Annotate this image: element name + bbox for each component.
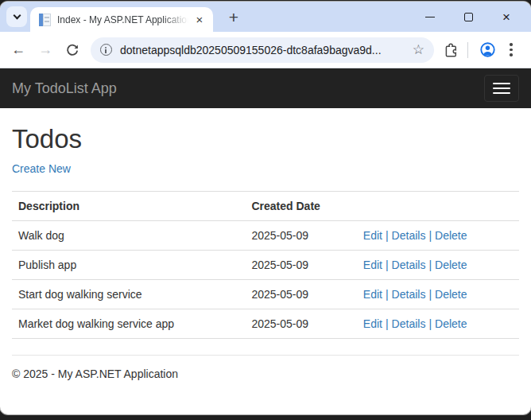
reload-icon xyxy=(66,44,79,56)
column-header-description: Description xyxy=(12,192,245,221)
column-header-created-date: Created Date xyxy=(245,192,356,221)
todo-description-cell: Start dog walking service xyxy=(12,280,245,309)
site-info-icon[interactable] xyxy=(100,44,112,56)
action-separator: | xyxy=(428,317,432,330)
todo-description-cell: Market dog walking service app xyxy=(12,309,245,339)
details-link[interactable]: Details xyxy=(392,288,426,301)
page-content: Todos Create New Description Created Dat… xyxy=(0,125,531,392)
delete-link[interactable]: Delete xyxy=(435,317,467,330)
page-title: Todos xyxy=(12,125,519,154)
table-header-row: Description Created Date xyxy=(12,192,519,221)
reload-button[interactable] xyxy=(59,37,86,64)
forward-arrow-icon: → xyxy=(38,41,52,58)
table-row: Publish app 2025-05-09 Edit|Details|Dele… xyxy=(12,251,519,280)
column-header-actions xyxy=(357,192,519,221)
action-separator: | xyxy=(428,229,432,242)
new-tab-button[interactable]: + xyxy=(223,6,245,29)
action-separator: | xyxy=(386,288,389,301)
minimize-button[interactable] xyxy=(418,6,442,27)
close-icon: × xyxy=(502,10,510,24)
extensions-button[interactable] xyxy=(439,38,463,62)
details-link[interactable]: Details xyxy=(392,259,426,271)
actions-cell: Edit|Details|Delete xyxy=(357,221,519,251)
tab-title: Index - My ASP.NET Application xyxy=(57,14,192,25)
edit-link[interactable]: Edit xyxy=(363,317,382,330)
address-bar[interactable]: dotnetappsqldb20250509155026-dtc8afa9bag… xyxy=(91,37,434,63)
action-separator: | xyxy=(386,259,389,271)
tab-close-button[interactable]: × xyxy=(192,13,207,27)
hamburger-icon xyxy=(493,88,510,89)
plus-icon: + xyxy=(229,8,238,27)
tab-search-button[interactable] xyxy=(6,6,27,27)
todo-table: Description Created Date Walk dog 2025-0… xyxy=(12,191,519,339)
actions-cell: Edit|Details|Delete xyxy=(357,251,519,280)
toolbar-separator xyxy=(467,42,468,58)
puzzle-icon xyxy=(444,42,459,57)
browser-menu-button[interactable] xyxy=(499,38,523,62)
chevron-down-icon xyxy=(13,11,21,19)
url-text[interactable]: dotnetappsqldb20250509155026-dtc8afa9bag… xyxy=(120,44,405,56)
edit-link[interactable]: Edit xyxy=(363,229,382,242)
todo-description-cell: Walk dog xyxy=(12,221,245,251)
forward-button[interactable]: → xyxy=(32,37,59,64)
kebab-menu-icon xyxy=(510,43,513,56)
close-icon: × xyxy=(196,14,203,25)
profile-avatar-icon xyxy=(479,41,496,58)
bookmark-star-icon[interactable]: ☆ xyxy=(413,43,424,56)
browser-titlebar: Index - My ASP.NET Application × + × xyxy=(0,2,531,32)
minimize-icon xyxy=(425,17,435,18)
created-date-cell: 2025-05-09 xyxy=(245,280,356,309)
window-controls: × xyxy=(418,6,525,32)
edit-link[interactable]: Edit xyxy=(363,288,382,301)
action-separator: | xyxy=(386,317,389,330)
action-separator: | xyxy=(386,229,389,242)
close-window-button[interactable]: × xyxy=(494,6,518,27)
details-link[interactable]: Details xyxy=(392,229,426,242)
hamburger-icon xyxy=(493,83,510,84)
table-row: Start dog walking service 2025-05-09 Edi… xyxy=(12,280,519,309)
todo-description-cell: Publish app xyxy=(12,251,245,280)
delete-link[interactable]: Delete xyxy=(435,229,467,242)
create-new-link[interactable]: Create New xyxy=(12,162,71,175)
footer-text: © 2025 - My ASP.NET Application xyxy=(12,356,519,392)
details-link[interactable]: Details xyxy=(392,317,426,330)
navbar-brand-link[interactable]: My TodoList App xyxy=(12,80,117,97)
created-date-cell: 2025-05-09 xyxy=(245,251,356,280)
actions-cell: Edit|Details|Delete xyxy=(357,309,519,339)
action-separator: | xyxy=(428,288,432,301)
delete-link[interactable]: Delete xyxy=(435,288,467,301)
back-arrow-icon: ← xyxy=(11,41,25,58)
profile-button[interactable] xyxy=(475,38,499,62)
created-date-cell: 2025-05-09 xyxy=(245,221,356,251)
app-navbar: My TodoList App xyxy=(0,68,531,108)
delete-link[interactable]: Delete xyxy=(435,259,467,271)
browser-toolbar: ← → dotnetappsqldb20250509155026-dtc8afa… xyxy=(0,32,531,68)
created-date-cell: 2025-05-09 xyxy=(245,309,356,339)
maximize-button[interactable] xyxy=(456,6,480,27)
edit-link[interactable]: Edit xyxy=(363,259,382,271)
browser-window: Index - My ASP.NET Application × + × ← xyxy=(0,2,531,414)
maximize-icon xyxy=(464,13,473,21)
action-separator: | xyxy=(428,259,432,271)
page-favicon-icon xyxy=(39,14,51,26)
table-row: Walk dog 2025-05-09 Edit|Details|Delete xyxy=(12,221,519,251)
back-button[interactable]: ← xyxy=(5,37,32,64)
navbar-toggle-button[interactable] xyxy=(484,75,519,102)
hamburger-icon xyxy=(493,92,510,94)
table-row: Market dog walking service app 2025-05-0… xyxy=(12,309,519,339)
browser-tab[interactable]: Index - My ASP.NET Application × xyxy=(30,7,213,32)
actions-cell: Edit|Details|Delete xyxy=(357,280,519,309)
